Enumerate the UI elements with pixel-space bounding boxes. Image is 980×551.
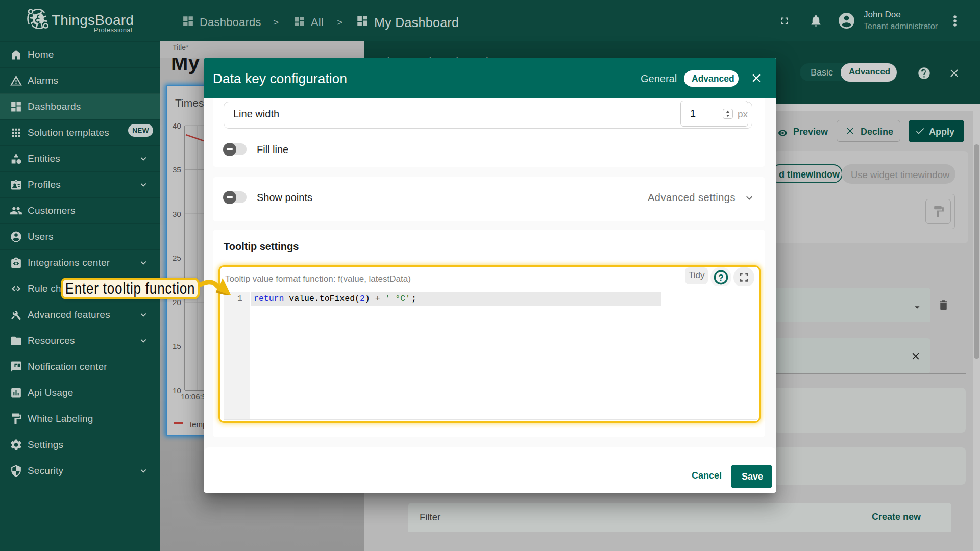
svg-text:10: 10 xyxy=(173,386,182,395)
svg-text:?: ? xyxy=(718,273,723,283)
svg-text:30: 30 xyxy=(173,210,182,218)
svg-text:15: 15 xyxy=(173,342,181,350)
svg-text:40: 40 xyxy=(173,121,182,130)
svg-text:25: 25 xyxy=(173,254,181,262)
svg-text:35: 35 xyxy=(173,165,181,174)
